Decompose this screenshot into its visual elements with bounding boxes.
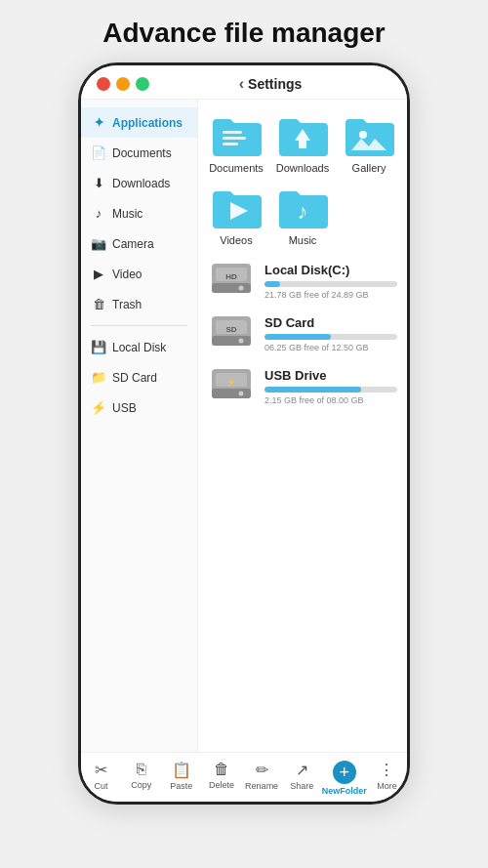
folder-label-music: Music	[289, 234, 317, 246]
delete-label: Delete	[209, 780, 234, 790]
sidebar-item-music[interactable]: ♪ Music	[81, 198, 197, 228]
paste-label: Paste	[170, 781, 192, 791]
storage-info-usb: USB Drive 2.15 GB free of 08.00 GB	[264, 368, 397, 405]
svg-point-11	[239, 286, 244, 291]
applications-icon: ✦	[91, 115, 106, 130]
drive-name-usb: USB Drive	[264, 368, 397, 383]
sidebar-label-sd-card: SD Card	[112, 371, 157, 385]
storage-info-local: Local Disk(C:) 21.78 GB free of 24.89 GB	[264, 263, 397, 300]
sidebar-item-camera[interactable]: 📷 Camera	[81, 228, 197, 259]
sidebar-item-video[interactable]: ▶ Video	[81, 259, 197, 289]
folder-label-videos: Videos	[220, 234, 252, 246]
svg-rect-0	[223, 131, 242, 134]
top-bar-title: ‹ Settings	[149, 75, 391, 93]
svg-text:⚡: ⚡	[227, 378, 236, 387]
rename-button[interactable]: ✏ Rename	[242, 759, 282, 798]
sidebar-item-trash[interactable]: 🗑 Trash	[81, 289, 197, 319]
share-button[interactable]: ↗ Share	[282, 759, 322, 798]
folder-item-music[interactable]: ♪ Music	[274, 184, 331, 246]
cut-button[interactable]: ✂ Cut	[81, 759, 121, 798]
svg-rect-18	[212, 389, 251, 398]
video-icon: ▶	[91, 267, 106, 281]
share-icon: ↗	[296, 761, 308, 779]
folder-label-downloads: Downloads	[276, 162, 329, 174]
drive-bar-local	[264, 281, 397, 287]
main-panel: Documents Downloads	[198, 100, 407, 752]
new-folder-label: NewFolder	[322, 786, 367, 796]
copy-button[interactable]: ⎘ Copy	[121, 759, 161, 798]
drive-free-usb: 2.15 GB free of 08.00 GB	[264, 395, 397, 405]
new-folder-icon: +	[333, 761, 356, 784]
sidebar-label-documents: Documents	[112, 146, 172, 160]
delete-button[interactable]: 🗑 Delete	[201, 759, 241, 798]
sidebar-item-documents[interactable]: 📄 Documents	[81, 138, 197, 168]
folder-label-documents: Documents	[209, 162, 264, 174]
tl-red[interactable]	[97, 77, 110, 91]
sidebar-item-downloads[interactable]: ⬇ Downloads	[81, 168, 197, 198]
trash-icon: 🗑	[91, 297, 106, 311]
drive-name-sd: SD Card	[264, 315, 397, 330]
sidebar-item-usb[interactable]: ⚡ USB	[81, 393, 197, 423]
sidebar-item-sd-card[interactable]: 📁 SD Card	[81, 362, 197, 393]
sidebar-label-applications: Applications	[112, 116, 183, 130]
folder-item-gallery[interactable]: Gallery	[341, 111, 397, 174]
drive-fill-sd	[264, 334, 331, 340]
sd-card-icon: 📁	[91, 370, 106, 385]
rename-label: Rename	[245, 781, 278, 791]
tl-green[interactable]	[136, 77, 149, 91]
folder-item-downloads[interactable]: Downloads	[274, 111, 331, 174]
svg-rect-13	[212, 336, 251, 346]
local-disk-icon: 💾	[91, 340, 106, 354]
phone-frame: ‹ Settings ✦ Applications 📄 Documents ⬇ …	[78, 62, 410, 805]
topbar-title-text: Settings	[248, 76, 302, 92]
storage-item-usb[interactable]: ⚡ USB Drive 2.15 GB free of 08.00 GB	[208, 367, 397, 406]
storage-item-sd-card[interactable]: SD SD Card 06.25 GB free of 12.50 GB	[208, 314, 397, 353]
storage-info-sd: SD Card 06.25 GB free of 12.50 GB	[264, 315, 397, 352]
drive-icon-sd: SD	[208, 314, 255, 353]
sidebar-item-local-disk[interactable]: 💾 Local Disk	[81, 332, 197, 362]
downloads-icon: ⬇	[91, 176, 106, 190]
top-bar: ‹ Settings	[81, 65, 407, 100]
sidebar-label-music: Music	[112, 207, 142, 221]
drive-free-local: 21.78 GB free of 24.89 GB	[264, 290, 397, 300]
drive-fill-usb	[264, 387, 361, 393]
folder-label-gallery: Gallery	[352, 162, 386, 174]
folder-icon-videos	[209, 184, 264, 230]
drive-free-sd: 06.25 GB free of 12.50 GB	[264, 343, 397, 352]
copy-label: Copy	[131, 780, 151, 790]
drive-bar-usb	[264, 387, 397, 393]
sidebar-item-applications[interactable]: ✦ Applications	[81, 107, 197, 138]
folder-icon-documents	[209, 111, 264, 158]
sidebar-divider	[91, 325, 187, 326]
music-icon: ♪	[91, 206, 106, 221]
folder-item-documents[interactable]: Documents	[208, 111, 264, 174]
svg-rect-1	[223, 137, 246, 140]
sidebar-label-local-disk: Local Disk	[112, 341, 166, 354]
storage-item-local-disk[interactable]: HD Local Disk(C:) 21.78 GB free of 24.89…	[208, 262, 397, 301]
folder-icon-downloads	[275, 111, 330, 158]
more-button[interactable]: ⋮ More	[367, 759, 407, 798]
storage-list: HD Local Disk(C:) 21.78 GB free of 24.89…	[208, 262, 397, 406]
drive-bar-sd	[264, 334, 397, 340]
folder-icon-music: ♪	[275, 184, 330, 230]
folder-grid: Documents Downloads	[208, 111, 397, 246]
drive-fill-local	[264, 281, 280, 287]
bottom-toolbar: ✂ Cut ⎘ Copy 📋 Paste 🗑 Delete ✏ Rename ↗…	[81, 752, 407, 802]
paste-button[interactable]: 📋 Paste	[161, 759, 201, 798]
camera-icon: 📷	[91, 236, 106, 251]
sidebar-label-camera: Camera	[112, 237, 154, 251]
tl-orange[interactable]	[116, 77, 130, 91]
paste-icon: 📋	[172, 761, 191, 779]
folder-icon-gallery	[342, 111, 396, 158]
delete-icon: 🗑	[214, 761, 229, 778]
folder-item-videos[interactable]: Videos	[208, 184, 264, 246]
usb-icon: ⚡	[91, 400, 106, 415]
svg-rect-8	[212, 283, 251, 293]
sidebar-label-video: Video	[112, 268, 142, 281]
new-folder-button[interactable]: + NewFolder	[322, 759, 367, 798]
sidebar-label-trash: Trash	[112, 298, 142, 311]
svg-point-21	[239, 392, 244, 396]
back-arrow[interactable]: ‹	[239, 75, 244, 93]
sidebar-label-usb: USB	[112, 401, 137, 415]
content-area: ✦ Applications 📄 Documents ⬇ Downloads ♪…	[81, 100, 407, 752]
